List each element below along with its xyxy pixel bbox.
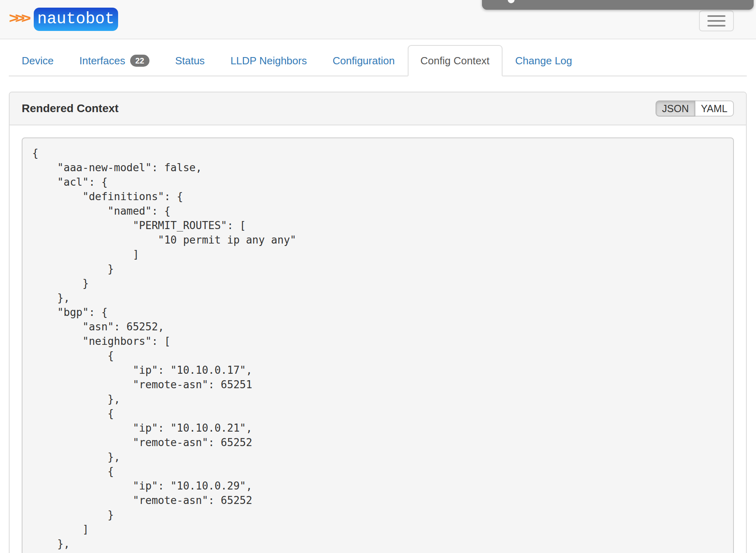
tab-label: Change Log (515, 53, 572, 68)
hamburger-icon (707, 20, 725, 22)
tab-change-log[interactable]: Change Log (503, 45, 585, 76)
tab-configuration[interactable]: Configuration (320, 45, 408, 76)
device-tabs: Device Interfaces 22 Status LLDP Neighbo… (9, 45, 747, 76)
tab-label: Device (22, 53, 53, 68)
hamburger-icon (707, 25, 725, 27)
brand-chevrons-icon: >>> (9, 12, 27, 26)
menu-toggle-button[interactable] (699, 10, 734, 31)
yaml-toggle-button[interactable]: YAML (695, 100, 734, 117)
interfaces-count-badge: 22 (130, 55, 149, 67)
tab-label: Config Context (421, 53, 490, 68)
panel-heading: Rendered Context JSON YAML (10, 92, 746, 125)
json-toggle-button[interactable]: JSON (656, 100, 695, 117)
tab-label: Interfaces (79, 53, 125, 68)
panel-body: { "aaa-new-model": false, "acl": { "defi… (10, 125, 746, 553)
tab-label: LLDP Neighbors (231, 53, 307, 68)
main-container: Device Interfaces 22 Status LLDP Neighbo… (9, 45, 747, 553)
tab-label: Configuration (333, 53, 395, 68)
notification-toast[interactable] (482, 0, 754, 10)
nautobot-logo-text: nautobot (34, 8, 118, 31)
tab-device[interactable]: Device (9, 45, 66, 76)
tab-label: Status (175, 53, 205, 68)
hamburger-icon (707, 15, 725, 17)
tab-lldp-neighbors[interactable]: LLDP Neighbors (218, 45, 320, 76)
rendered-context-panel: Rendered Context JSON YAML { "aaa-new-mo… (9, 92, 747, 553)
tab-interfaces[interactable]: Interfaces 22 (66, 45, 162, 76)
tab-config-context[interactable]: Config Context (408, 45, 503, 76)
rendered-context-code: { "aaa-new-model": false, "acl": { "defi… (22, 137, 734, 553)
tab-status[interactable]: Status (162, 45, 218, 76)
nautobot-logo[interactable]: >>> nautobot (9, 0, 118, 39)
format-toggle-group: JSON YAML (656, 100, 734, 117)
panel-title: Rendered Context (22, 102, 119, 115)
